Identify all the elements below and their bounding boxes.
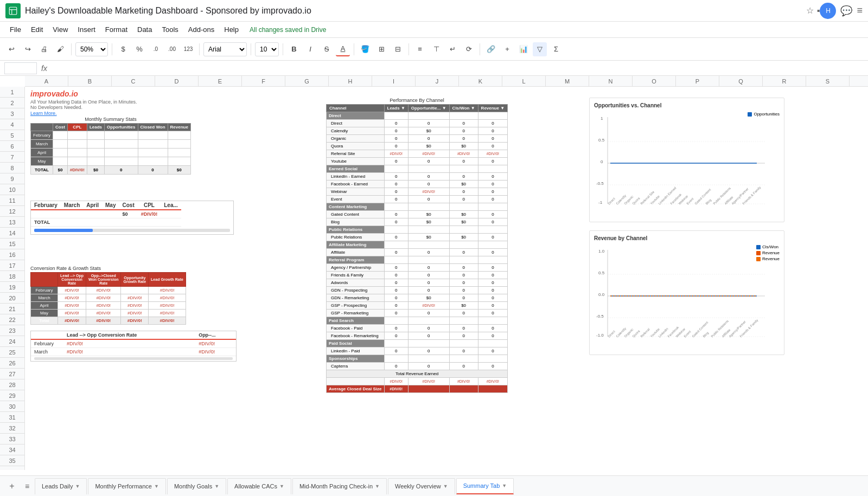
link-button[interactable]: 🔗 bbox=[484, 42, 498, 56]
tab-monthly-performance[interactable]: Monthly Performance ▼ bbox=[88, 478, 165, 494]
col-J[interactable]: J bbox=[416, 76, 459, 86]
expanded-table: February March April May Cost CPL Lea... bbox=[31, 201, 181, 227]
align-button[interactable]: ≡ bbox=[413, 42, 427, 56]
col-N[interactable]: N bbox=[589, 76, 633, 86]
menu-addons[interactable]: Add-ons bbox=[184, 24, 219, 35]
bold-button[interactable]: B bbox=[287, 42, 301, 56]
wrap-button[interactable]: ↵ bbox=[445, 42, 459, 56]
tab-mid-month[interactable]: Mid-Month Pacing Check-in ▼ bbox=[292, 478, 387, 494]
svg-text:0: 0 bbox=[601, 159, 603, 164]
conversion-title: Conversion Rate & Growth Stats bbox=[30, 266, 186, 271]
toolbar-separator-3 bbox=[199, 43, 200, 55]
paint-format-button[interactable]: 🖌 bbox=[53, 42, 67, 56]
underline-button[interactable]: A bbox=[336, 42, 350, 56]
pc-group-paid-search: Paid Search bbox=[327, 317, 385, 325]
pc-header-channel: Channel bbox=[327, 105, 385, 112]
row-num-12: 12 bbox=[0, 206, 24, 217]
svg-text:-1.0: -1.0 bbox=[596, 333, 604, 338]
font-size-select[interactable]: 10812 bbox=[255, 42, 279, 56]
col-B[interactable]: B bbox=[68, 76, 112, 86]
menu-file[interactable]: File bbox=[5, 24, 25, 35]
col-C[interactable]: C bbox=[112, 76, 155, 86]
undo-button[interactable]: ↩ bbox=[4, 42, 18, 56]
col-Q[interactable]: Q bbox=[719, 76, 763, 86]
rotate-button[interactable]: ⟳ bbox=[462, 42, 476, 56]
row-num-33: 33 bbox=[0, 434, 24, 445]
tab-leads-daily-arrow: ▼ bbox=[75, 484, 80, 489]
add-sheet-button[interactable]: + bbox=[4, 479, 20, 494]
rev-chart-svg: 1.0 0.5 0.0 -0.5 -1.0 bbox=[594, 244, 768, 339]
tab-leads-daily[interactable]: Leads Daily ▼ bbox=[35, 478, 87, 494]
tab-weekly-overview[interactable]: Weekly Overview ▼ bbox=[388, 478, 455, 494]
decimal-inc-button[interactable]: .00 bbox=[165, 42, 179, 56]
function-button[interactable]: Σ bbox=[549, 42, 563, 56]
menu-icon[interactable]: ≡ bbox=[857, 5, 863, 16]
sheet-menu-button[interactable]: ≡ bbox=[20, 479, 35, 494]
format-number-button[interactable]: 123 bbox=[181, 42, 195, 56]
font-select[interactable]: Arial bbox=[203, 42, 247, 56]
percent-button[interactable]: % bbox=[132, 42, 146, 56]
decimal-dec-button[interactable]: .0 bbox=[149, 42, 163, 56]
menu-format[interactable]: Format bbox=[101, 24, 132, 35]
italic-button[interactable]: I bbox=[303, 42, 317, 56]
top-bar: Hailey's Downloadable Marketing Dashboar… bbox=[0, 0, 868, 22]
col-G[interactable]: G bbox=[285, 76, 329, 86]
row-num-25: 25 bbox=[0, 347, 24, 358]
col-P[interactable]: P bbox=[676, 76, 719, 86]
merge-button[interactable]: ⊟ bbox=[391, 42, 405, 56]
menu-edit[interactable]: Edit bbox=[27, 24, 47, 35]
col-A[interactable]: A bbox=[25, 76, 68, 86]
menu-insert[interactable]: Insert bbox=[73, 24, 100, 35]
doc-title: Hailey's Downloadable Marketing Dashboar… bbox=[25, 6, 311, 15]
print-button[interactable]: 🖨 bbox=[37, 42, 51, 56]
ev-header-lea: Lea... bbox=[161, 201, 181, 210]
redo-button[interactable]: ↪ bbox=[21, 42, 35, 56]
menu-data[interactable]: Data bbox=[133, 24, 156, 35]
row-num-10: 10 bbox=[0, 184, 24, 195]
svg-text:0.0: 0.0 bbox=[598, 292, 605, 297]
formula-input[interactable] bbox=[50, 62, 864, 74]
comment-button[interactable]: + bbox=[500, 42, 514, 56]
row-num-34: 34 bbox=[0, 445, 24, 455]
formula-bar: fx bbox=[0, 61, 868, 76]
col-F[interactable]: F bbox=[242, 76, 285, 86]
comments-icon[interactable]: 💬 bbox=[840, 5, 852, 17]
currency-button[interactable]: $ bbox=[116, 42, 130, 56]
menu-view[interactable]: View bbox=[48, 24, 72, 35]
ms-header-closed: Closed Won bbox=[138, 124, 168, 131]
col-H[interactable]: H bbox=[329, 76, 372, 86]
toolbar-separator-1 bbox=[71, 43, 72, 55]
cell-reference-input[interactable] bbox=[4, 62, 37, 74]
sheet-content[interactable]: improvado.io All Your Marketing Data in … bbox=[25, 87, 868, 470]
strikethrough-button[interactable]: S bbox=[320, 42, 334, 56]
user-avatar[interactable]: H bbox=[820, 3, 836, 19]
tab-allowable-cacs[interactable]: Allowable CACs ▼ bbox=[227, 478, 291, 494]
chart-button[interactable]: 📊 bbox=[516, 42, 531, 56]
branding-section: improvado.io All Your Marketing Data in … bbox=[30, 89, 137, 116]
col-K[interactable]: K bbox=[459, 76, 502, 86]
tab-monthly-goals[interactable]: Monthly Goals ▼ bbox=[167, 478, 226, 494]
col-I[interactable]: I bbox=[372, 76, 416, 86]
fill-color-button[interactable]: 🪣 bbox=[358, 42, 372, 56]
filter-button[interactable]: ▽ bbox=[533, 42, 547, 56]
col-L[interactable]: L bbox=[502, 76, 546, 86]
tab-summary[interactable]: Summary Tab ▼ bbox=[456, 478, 514, 494]
col-S[interactable]: S bbox=[806, 76, 850, 86]
borders-button[interactable]: ⊞ bbox=[374, 42, 388, 56]
branding-learn-more[interactable]: Learn More. bbox=[30, 111, 137, 116]
pc-group-referral: Referral Program bbox=[327, 256, 385, 264]
col-M[interactable]: M bbox=[546, 76, 589, 86]
valign-button[interactable]: ⊤ bbox=[429, 42, 443, 56]
col-D[interactable]: D bbox=[155, 76, 199, 86]
zoom-select[interactable]: 50%75%100% bbox=[75, 42, 108, 56]
tab-weekly-overview-label: Weekly Overview bbox=[395, 483, 441, 489]
monthly-summary-table: Cost CPL Leads Opportunities Closed Won … bbox=[30, 123, 191, 175]
col-R[interactable]: R bbox=[763, 76, 806, 86]
row-num-30: 30 bbox=[0, 401, 24, 412]
col-O[interactable]: O bbox=[633, 76, 676, 86]
menu-help[interactable]: Help bbox=[220, 24, 243, 35]
star-icon[interactable]: ☆ bbox=[806, 5, 814, 16]
tab-mid-month-arrow: ▼ bbox=[375, 484, 380, 489]
col-E[interactable]: E bbox=[199, 76, 242, 86]
menu-tools[interactable]: Tools bbox=[157, 24, 182, 35]
